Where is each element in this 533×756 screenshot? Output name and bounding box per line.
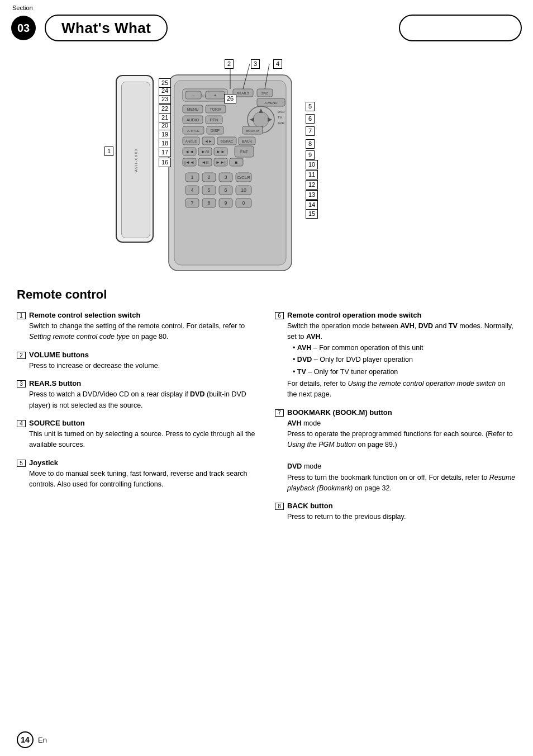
footer: 14 En [17, 731, 47, 748]
svg-text:REAR.S: REAR.S [237, 92, 249, 95]
item-1-title: Remote control selection switch [29, 311, 140, 319]
section-number: 03 [11, 16, 36, 40]
item-6-body: Switch the operation mode between AVH, D… [287, 321, 516, 400]
remote-diagram: AVH-XXXX 1 VOLUME – + REAR.S SRC A.MENU [104, 58, 429, 276]
item-3-body: Press to watch a DVD/Video CD on a rear … [29, 389, 258, 411]
diagram-label-1: 1 [104, 147, 113, 156]
svg-text:◄►: ◄► [204, 139, 212, 143]
svg-text:►►|: ►►| [216, 160, 226, 165]
diagram-label-16: 16 [159, 158, 171, 167]
diagram-label-5: 5 [306, 102, 315, 111]
svg-text:MENU: MENU [187, 107, 199, 111]
svg-text:0: 0 [242, 200, 245, 206]
svg-text:+: + [214, 93, 217, 98]
svg-text:AVH: AVH [278, 121, 284, 125]
svg-text:►/II: ►/II [201, 149, 210, 154]
item-1: 1 Remote control selection switch Switch… [17, 311, 258, 343]
svg-text:9: 9 [224, 200, 227, 206]
item-8-title: BACK button [287, 502, 333, 510]
remote-thin-body: AVH-XXXX [116, 75, 154, 243]
svg-text:10: 10 [241, 187, 246, 193]
item-4-num: 4 [17, 420, 26, 427]
page-title: What's What [61, 20, 151, 37]
header-right-decoration [399, 15, 522, 41]
remote-control-title: Remote control [17, 287, 516, 302]
svg-text:8: 8 [207, 200, 210, 206]
svg-text:C/CLR: C/CLR [237, 175, 250, 180]
diagram-label-15: 15 [306, 209, 318, 219]
item-2-body: Press to increase or decrease the volume… [29, 361, 258, 371]
svg-text:ENT: ENT [240, 150, 249, 154]
diagram-label-19: 19 [159, 130, 171, 139]
svg-text:–: – [192, 93, 195, 98]
diagram-label-25: 25 [159, 78, 171, 88]
diagram-area: AVH-XXXX 1 VOLUME – + REAR.S SRC A.MENU [0, 41, 533, 282]
item-2: 2 VOLUME buttons Press to increase or de… [17, 351, 258, 371]
diagram-label-17: 17 [159, 148, 171, 157]
diagram-label-13: 13 [306, 190, 318, 200]
item-6-bullet-3: TV – Only for TV tuner operation [293, 367, 516, 377]
left-column: 1 Remote control selection switch Switch… [17, 311, 258, 531]
svg-text:DISP: DISP [211, 129, 220, 133]
item-6-bullet-2: DVD – Only for DVD player operation [293, 355, 516, 365]
svg-text:■: ■ [235, 160, 238, 165]
item-6: 6 Remote control operation mode switch S… [275, 311, 516, 400]
diagram-label-7: 7 [306, 126, 315, 136]
diagram-label-9: 9 [306, 150, 315, 160]
diagram-label-4: 4 [273, 59, 282, 69]
page-number: 14 [17, 731, 34, 748]
svg-text:A.TITLE: A.TITLE [187, 129, 199, 133]
item-6-bullets: AVH – For common operation of this unit … [293, 343, 516, 377]
item-7-title: BOOKMARK (BOOK.M) button [287, 408, 392, 417]
item-3-num: 3 [17, 380, 26, 388]
svg-text:SRC: SRC [261, 92, 269, 95]
item-4-title: SOURCE button [29, 419, 85, 427]
language-label: En [38, 736, 47, 744]
diagram-label-6: 6 [306, 114, 315, 124]
diagram-label-8: 8 [306, 139, 315, 149]
item-4: 4 SOURCE button This unit is turned on b… [17, 419, 258, 451]
item-2-num: 2 [17, 352, 26, 359]
svg-text:TOP.M: TOP.M [210, 107, 221, 111]
diagram-label-2: 2 [225, 59, 234, 69]
svg-text:◄II: ◄II [202, 160, 208, 165]
diagram-label-21: 21 [159, 113, 171, 122]
diagram-label-22: 22 [159, 104, 171, 114]
right-column: 6 Remote control operation mode switch S… [275, 311, 516, 531]
item-5-body: Move to do manual seek tuning, fast forw… [29, 469, 258, 490]
svg-text:RTN: RTN [210, 118, 218, 122]
remote-main-svg: VOLUME – + REAR.S SRC A.MENU MENU TOP.M [158, 58, 348, 276]
diagram-label-11: 11 [306, 170, 318, 179]
item-8-body: Press to return to the previous display. [287, 512, 516, 522]
item-7: 7 BOOKMARK (BOOK.M) button AVH mode Pres… [275, 408, 516, 494]
svg-text:7: 7 [191, 200, 193, 206]
item-3: 3 REAR.S button Press to watch a DVD/Vid… [17, 379, 258, 411]
description-columns: 1 Remote control selection switch Switch… [17, 311, 516, 531]
diagram-label-23: 23 [159, 94, 171, 104]
svg-text:2: 2 [207, 174, 210, 180]
section-label: Section [12, 4, 33, 11]
svg-text:►►: ►► [216, 149, 225, 154]
svg-text:3: 3 [224, 174, 227, 180]
svg-text:BACK: BACK [241, 139, 252, 143]
svg-text:◄◄: ◄◄ [185, 149, 194, 154]
svg-text:TV: TV [278, 116, 282, 119]
item-6-title: Remote control operation mode switch [287, 311, 422, 319]
item-8: 8 BACK button Press to return to the pre… [275, 502, 516, 522]
diagram-label-3: 3 [251, 59, 260, 69]
item-1-body: Switch to change the setting of the remo… [29, 321, 258, 343]
item-3-title: REAR.S button [29, 379, 81, 388]
svg-text:ANGLE: ANGLE [185, 140, 197, 143]
svg-text:4: 4 [191, 187, 193, 193]
item-5-title: Joystick [29, 459, 58, 467]
diagram-label-10: 10 [306, 160, 318, 169]
svg-text:1: 1 [191, 174, 193, 180]
item-5: 5 Joystick Move to do manual seek tuning… [17, 459, 258, 490]
content-area: Remote control 1 Remote control selectio… [0, 282, 533, 542]
item-7-body: AVH mode Press to operate the preprogram… [287, 418, 516, 494]
diagram-label-18: 18 [159, 139, 171, 148]
item-2-title: VOLUME buttons [29, 351, 89, 359]
item-7-num: 7 [275, 409, 284, 417]
diagram-label-26: 26 [224, 94, 236, 103]
svg-text:6: 6 [224, 187, 227, 193]
